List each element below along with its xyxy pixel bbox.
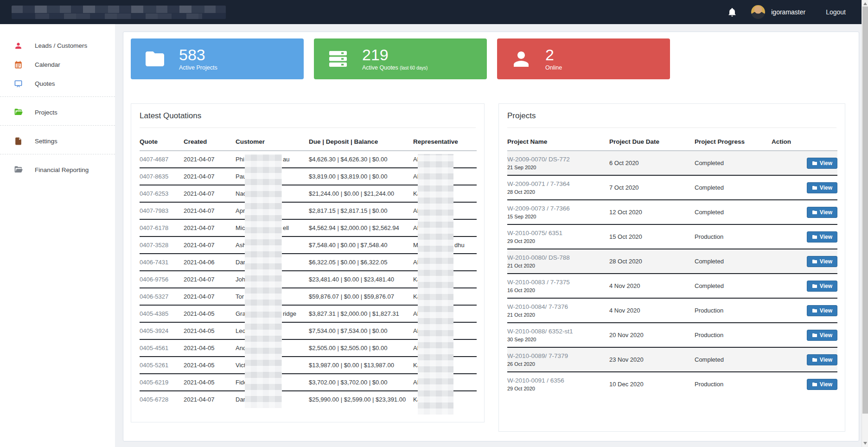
quote-number-link[interactable]: 0406-7431 <box>140 254 184 271</box>
scrollbar-thumb[interactable] <box>862 6 868 414</box>
username[interactable]: igoramaster <box>771 8 805 16</box>
quote-number-link[interactable]: 0405-4561 <box>140 339 184 357</box>
folder-icon <box>812 259 817 264</box>
sidebar-item[interactable]: Leads / Customers <box>0 36 115 55</box>
quote-amounts: $7,548.40 | $0.00 | $7,548.40 <box>309 236 413 254</box>
project-name-link[interactable]: W-2009-0071 / 7-7364 <box>507 180 609 187</box>
customer-redaction-blur <box>245 154 282 408</box>
view-button[interactable]: View <box>807 354 837 365</box>
view-button-label: View <box>820 160 832 166</box>
project-due-date: 20 Nov 2020 <box>609 323 695 347</box>
quote-created: 2021-04-07 <box>184 271 236 288</box>
quote-number-link[interactable]: 0407-8635 <box>140 168 184 185</box>
project-action-cell: View <box>772 274 837 298</box>
view-button[interactable]: View <box>807 305 837 316</box>
quote-number-link[interactable]: 0405-4385 <box>140 305 184 322</box>
quote-number-link[interactable]: 0405-5261 <box>140 357 184 374</box>
user-avatar[interactable] <box>751 5 765 19</box>
view-button[interactable]: View <box>807 379 837 390</box>
quote-number-link[interactable]: 0406-9756 <box>140 271 184 288</box>
view-button[interactable]: View <box>807 330 837 341</box>
quote-number-link[interactable]: 0406-5327 <box>140 288 184 305</box>
project-sub-date: 29 Oct 2020 <box>507 386 609 391</box>
panel-title: Latest Quotations <box>140 111 476 128</box>
folder-icon <box>812 308 817 313</box>
project-name-link[interactable]: W-2010-0088/ 6352-st1 <box>507 328 609 335</box>
view-button[interactable]: View <box>807 256 837 267</box>
quote-number-link[interactable]: 0407-7983 <box>140 202 184 219</box>
stat-label: Active Projects <box>179 64 217 71</box>
project-row: W-2009-0071 / 7-7364 28 Oct 2020 7 Oct 2… <box>507 175 837 200</box>
view-button[interactable]: View <box>807 158 837 169</box>
page-scrollbar[interactable] <box>862 0 868 447</box>
quote-number-link[interactable]: 0405-6219 <box>140 374 184 391</box>
sidebar-item[interactable]: Financial Reporting <box>0 160 115 179</box>
stat-card: 583 Active Projects <box>131 38 304 79</box>
view-button[interactable]: View <box>807 207 837 218</box>
project-progress: Completed <box>695 347 772 372</box>
col-customer: Customer <box>236 134 309 151</box>
sidebar-item-icon <box>14 79 23 88</box>
view-button[interactable]: View <box>807 281 837 292</box>
project-sub-date: 21 Sep 2020 <box>507 165 609 170</box>
scrollbar-down-arrow[interactable] <box>863 442 867 445</box>
quote-number-link[interactable]: 0405-3924 <box>140 322 184 339</box>
quote-number-link[interactable]: 0407-3528 <box>140 236 184 254</box>
col-due-deposit-balance: Due | Deposit | Balance <box>309 134 413 151</box>
quote-amounts: $3,702.00 | $3,702.00 | $0.00 <box>309 374 413 391</box>
sidebar-item-icon <box>14 108 23 117</box>
project-action-cell: View <box>772 249 837 274</box>
quote-number-link[interactable]: 0405-6728 <box>140 391 184 408</box>
project-due-date: 6 Oct 2020 <box>609 151 695 175</box>
sidebar-item[interactable]: Settings <box>0 132 115 154</box>
quote-number-link[interactable]: 0407-6178 <box>140 219 184 236</box>
project-name-cell: W-2010-0083 / 7-7375 16 Oct 2020 <box>507 274 609 298</box>
view-button[interactable]: View <box>807 231 837 243</box>
project-name-link[interactable]: W-2009-0073 / 7-7366 <box>507 205 609 212</box>
view-button[interactable]: View <box>807 182 837 193</box>
project-name-cell: W-2009-0073 / 7-7366 15 Sep 2020 <box>507 200 609 224</box>
project-name-link[interactable]: W-2010-0080/ DS-788 <box>507 254 609 261</box>
project-name-link[interactable]: W-2010-0083 / 7-7375 <box>507 279 609 286</box>
sidebar-item[interactable]: Projects <box>0 103 115 126</box>
quote-created: 2021-04-07 <box>184 151 236 168</box>
project-name-link[interactable]: W-2009-0070/ DS-772 <box>507 156 609 163</box>
quote-number-link[interactable]: 0407-6253 <box>140 185 184 202</box>
project-name-cell: W-2010-0080/ DS-788 21 Oct 2020 <box>507 249 609 274</box>
view-button-label: View <box>820 283 832 289</box>
project-name-link[interactable]: W-2010-0089/ 7-7379 <box>507 352 609 359</box>
quote-created: 2021-04-05 <box>184 357 236 374</box>
stat-value: 219 <box>362 47 428 64</box>
quote-amounts: $6,322.05 | $0.00 | $6,322.05 <box>309 254 413 271</box>
project-name-link[interactable]: W-2010-0084/ 7-7376 <box>507 303 609 310</box>
quote-amounts: $23,481.40 | $0.00 | $23,481.40 <box>309 271 413 288</box>
view-button-label: View <box>820 307 832 314</box>
notifications-bell-icon[interactable] <box>727 7 737 17</box>
folder-icon <box>812 283 817 289</box>
stat-card-icon <box>497 48 545 70</box>
quote-created: 2021-04-07 <box>184 236 236 254</box>
col-quote: Quote <box>140 134 184 151</box>
sidebar-item-icon <box>14 60 23 69</box>
col-representative: Representative <box>413 134 477 151</box>
project-name-link[interactable]: W-2010-0091 / 6356 <box>507 377 609 384</box>
project-progress: Completed <box>695 274 772 298</box>
quote-created: 2021-04-05 <box>184 305 236 322</box>
view-button-label: View <box>820 185 832 191</box>
app-logo[interactable] <box>12 6 226 19</box>
sidebar-item-label: Calendar <box>35 61 60 68</box>
view-button-label: View <box>820 209 832 216</box>
logout-link[interactable]: Logout <box>826 8 846 16</box>
sidebar-item-label: Leads / Customers <box>35 42 87 49</box>
project-row: W-2010-0088/ 6352-st1 30 Sep 2020 20 Nov… <box>507 323 837 347</box>
quote-number-link[interactable]: 0407-4687 <box>140 151 184 168</box>
project-name-link[interactable]: W-2010-0075/ 6351 <box>507 230 609 236</box>
panel-title: Projects <box>507 111 836 128</box>
project-action-cell: View <box>772 200 837 224</box>
sidebar-item[interactable]: Calendar <box>0 55 115 74</box>
quote-amounts: $3,827.31 | $2,000.00 | $1,827.31 <box>309 305 413 322</box>
quote-amounts: $21,244.00 | $0.00 | $21,244.00 <box>309 185 413 202</box>
sidebar-item[interactable]: Quotes <box>0 74 115 97</box>
scrollbar-up-arrow[interactable] <box>863 2 867 5</box>
project-progress: Production <box>695 323 772 347</box>
